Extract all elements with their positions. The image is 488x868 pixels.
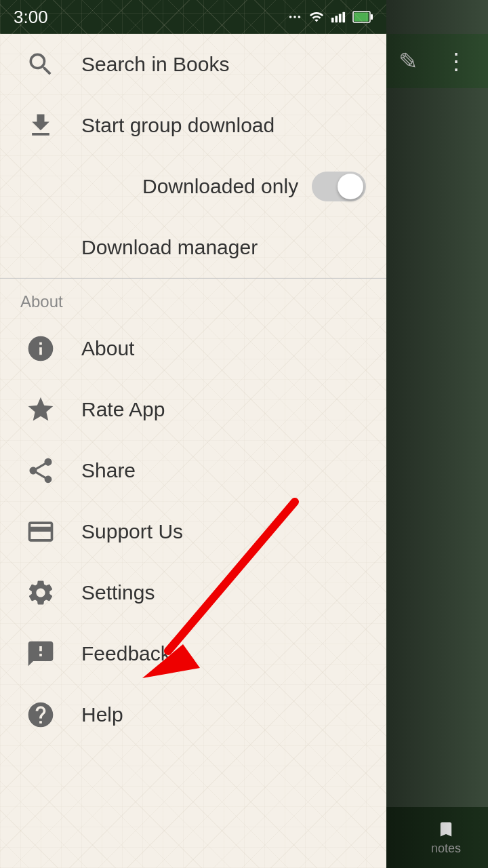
svg-rect-6: [342, 12, 345, 23]
group-download-label: Start group download: [81, 114, 274, 137]
svg-rect-4: [335, 16, 338, 22]
star-icon: [20, 389, 61, 430]
svg-rect-9: [354, 13, 369, 22]
signal-icon: [331, 9, 346, 24]
settings-label: Settings: [81, 581, 155, 604]
menu-item-help[interactable]: Help: [0, 684, 386, 745]
payment-icon: [20, 511, 61, 552]
status-icons: [287, 9, 373, 24]
status-time: 3:00: [14, 7, 48, 28]
download-manager-icon: [20, 227, 61, 268]
wifi-icon: [309, 9, 324, 24]
search-label: Search in Books: [81, 53, 229, 76]
svg-point-1: [293, 16, 296, 18]
drawer-status-bar: 3:00: [0, 0, 386, 34]
support-us-label: Support Us: [81, 520, 183, 543]
menu-item-share[interactable]: Share: [0, 440, 386, 501]
battery-icon: [352, 9, 373, 24]
svg-point-0: [289, 16, 292, 18]
info-icon: [20, 328, 61, 369]
downloaded-only-toggle[interactable]: [312, 172, 366, 201]
about-section-header: About: [0, 279, 386, 318]
share-label: Share: [81, 459, 136, 482]
menu-item-about[interactable]: About: [0, 318, 386, 379]
menu-item-search[interactable]: Search in Books: [0, 34, 386, 95]
menu-item-settings[interactable]: Settings: [0, 562, 386, 623]
rate-app-label: Rate App: [81, 398, 165, 421]
search-icon: [20, 44, 61, 85]
downloaded-only-label: Downloaded only: [142, 175, 312, 198]
drawer-menu: 3:00: [0, 0, 386, 868]
settings-icon: [20, 572, 61, 613]
menu-item-downloaded-only[interactable]: Downloaded only: [0, 156, 386, 217]
menu-item-group-download[interactable]: Start group download: [0, 95, 386, 156]
help-label: Help: [81, 703, 123, 726]
about-label: About: [81, 337, 134, 360]
feedback-label: Feedback: [81, 642, 171, 665]
download-icon: [20, 105, 61, 146]
feedback-icon: [20, 633, 61, 674]
menu-item-rate-app[interactable]: Rate App: [0, 379, 386, 440]
svg-point-2: [298, 16, 301, 18]
menu-item-support-us[interactable]: Support Us: [0, 501, 386, 562]
share-icon: [20, 450, 61, 491]
menu-item-download-manager[interactable]: Download manager: [0, 217, 386, 278]
download-manager-label: Download manager: [81, 236, 258, 259]
help-icon: [20, 694, 61, 735]
svg-rect-5: [339, 14, 342, 22]
svg-rect-8: [371, 14, 373, 20]
svg-rect-3: [331, 18, 334, 22]
dots-icon: [287, 9, 302, 24]
menu-item-feedback[interactable]: Feedback: [0, 623, 386, 684]
drawer-shadow: [386, 0, 488, 868]
